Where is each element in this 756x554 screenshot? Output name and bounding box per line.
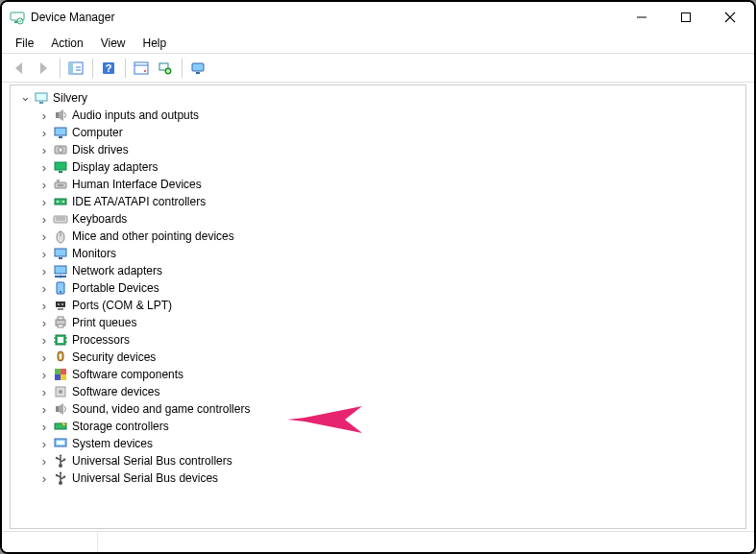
statusbar [2, 531, 754, 552]
category-label: Computer [72, 126, 123, 139]
help-button[interactable]: ? [97, 57, 120, 80]
cpu-icon [53, 332, 68, 348]
category-node[interactable]: Computer [37, 124, 738, 141]
category-node[interactable]: Portable Devices [37, 279, 738, 297]
expander-icon[interactable] [37, 299, 51, 312]
category-label: Keyboards [72, 212, 127, 226]
category-label: Software devices [72, 385, 159, 398]
category-node[interactable]: Network adapters [37, 262, 738, 279]
expander-icon[interactable] [37, 126, 51, 139]
category-node[interactable]: Security devices [37, 349, 738, 366]
toolbar: ? [2, 54, 754, 83]
svg-rect-32 [55, 199, 66, 205]
svg-rect-79 [63, 476, 65, 478]
forward-button[interactable] [32, 57, 55, 80]
expander-icon[interactable] [37, 160, 51, 174]
svg-point-26 [59, 148, 63, 153]
expander-icon[interactable] [37, 402, 51, 416]
category-node[interactable]: IDE ATA/ATAPI controllers [37, 193, 738, 210]
expander-icon[interactable] [37, 350, 51, 364]
expander-icon[interactable] [37, 212, 51, 226]
expander-icon[interactable] [37, 333, 51, 347]
root-label: Silvery [53, 91, 87, 105]
category-node[interactable]: Software components [37, 366, 738, 383]
expander-icon[interactable] [37, 108, 51, 122]
expander-icon[interactable] [37, 420, 51, 433]
svg-point-47 [58, 303, 60, 305]
svg-rect-22 [56, 112, 59, 118]
category-node[interactable]: Print queues [37, 314, 738, 331]
category-node[interactable]: Universal Serial Bus controllers [37, 452, 738, 470]
svg-rect-62 [55, 369, 61, 374]
category-node[interactable]: Human Interface Devices [37, 176, 738, 193]
show-hide-tree-button[interactable] [64, 57, 87, 80]
menu-action[interactable]: Action [43, 35, 90, 52]
svg-rect-41 [59, 257, 62, 259]
titlebar: Device Manager [2, 2, 754, 33]
menu-view[interactable]: View [93, 35, 134, 52]
expander-icon[interactable] [37, 316, 51, 329]
svg-rect-61 [60, 356, 61, 359]
category-node[interactable]: Software devices [37, 383, 738, 400]
ports-icon [53, 298, 68, 313]
category-label: Universal Serial Bus devices [72, 471, 218, 485]
menu-file[interactable]: File [8, 35, 41, 52]
expander-icon[interactable] [37, 178, 51, 191]
monitor-button[interactable] [186, 57, 209, 80]
scan-hardware-button[interactable] [154, 57, 177, 80]
expander-icon[interactable] [37, 195, 51, 208]
expander-icon[interactable] [37, 437, 51, 450]
back-button[interactable] [8, 57, 31, 80]
svg-point-67 [59, 390, 62, 394]
category-node[interactable]: Display adapters [37, 158, 738, 176]
svg-point-48 [61, 303, 63, 305]
svg-rect-24 [59, 136, 62, 138]
svg-rect-64 [55, 374, 61, 380]
expander-icon[interactable] [37, 229, 51, 243]
tree-view[interactable]: Silvery Audio inputs and outputsComputer… [10, 84, 746, 529]
category-node[interactable]: Universal Serial Bus devices [37, 470, 738, 487]
expander-icon[interactable] [37, 143, 51, 157]
properties-button[interactable] [130, 57, 153, 80]
ide-icon [53, 194, 68, 209]
svg-point-34 [62, 201, 64, 203]
category-node[interactable]: Ports (COM & LPT) [37, 297, 738, 314]
category-label: Display adapters [72, 160, 158, 174]
category-label: IDE ATA/ATAPI controllers [72, 195, 206, 208]
expander-icon[interactable] [37, 471, 51, 485]
close-button[interactable] [708, 3, 752, 32]
expander-icon[interactable] [18, 91, 32, 105]
category-node[interactable]: System devices [37, 435, 738, 452]
category-node[interactable]: Audio inputs and outputs [37, 107, 738, 124]
category-node[interactable]: Storage controllers [37, 418, 738, 435]
expander-icon[interactable] [37, 454, 51, 468]
computer-icon [53, 125, 68, 140]
expander-icon[interactable] [37, 281, 51, 295]
category-label: Disk drives [72, 143, 129, 157]
svg-rect-54 [58, 337, 63, 343]
menu-help[interactable]: Help [135, 35, 175, 52]
svg-point-43 [60, 276, 62, 278]
svg-point-33 [57, 201, 59, 203]
disk-icon [53, 142, 68, 157]
category-node[interactable]: Processors [37, 331, 738, 349]
minimize-button[interactable] [620, 3, 664, 32]
svg-text:?: ? [106, 62, 112, 74]
expander-icon[interactable] [37, 385, 51, 398]
category-label: Universal Serial Bus controllers [72, 454, 232, 468]
root-node[interactable]: Silvery [18, 89, 738, 107]
category-node[interactable]: Sound, video and game controllers [37, 400, 738, 418]
expander-icon[interactable] [37, 368, 51, 381]
expander-icon[interactable] [37, 247, 51, 260]
svg-rect-65 [61, 374, 66, 380]
svg-rect-75 [63, 459, 65, 461]
category-node[interactable]: Keyboards [37, 210, 738, 228]
category-node[interactable]: Monitors [37, 245, 738, 262]
expander-icon[interactable] [37, 264, 51, 277]
category-node[interactable]: Mice and other pointing devices [37, 228, 738, 245]
mouse-icon [53, 229, 68, 244]
storage-icon [53, 419, 68, 434]
category-node[interactable]: Disk drives [37, 141, 738, 158]
maximize-button[interactable] [664, 3, 708, 32]
svg-rect-27 [55, 162, 66, 170]
